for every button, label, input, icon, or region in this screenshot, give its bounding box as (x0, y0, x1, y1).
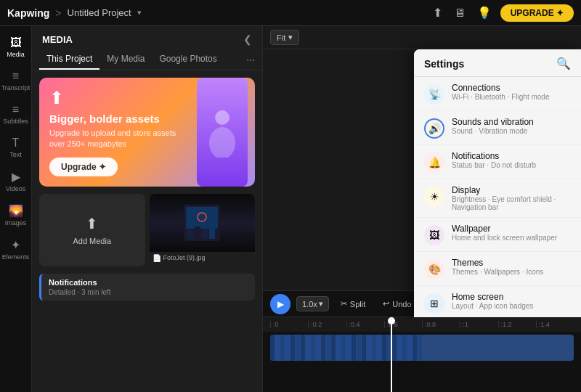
settings-item-sounds[interactable]: 🔊 Sounds and vibration Sound · Vibration… (414, 111, 581, 145)
topbar-separator: > (55, 7, 61, 19)
upgrade-banner-title: Bigger, bolder assets (49, 113, 176, 125)
upgrade-banner: ⬆ Bigger, bolder assets Upgrade to uploa… (39, 78, 255, 187)
track-frame (306, 335, 310, 361)
monitor-button[interactable]: 🖥 (451, 4, 468, 23)
media-tabs: This Project My Media Google Photos ··· (32, 49, 262, 70)
track-frame (362, 335, 366, 361)
settings-item-connections[interactable]: 📡 Connections Wi-Fi · Bluetooth · Flight… (414, 77, 581, 111)
filename-text: FotoJet (9).jpg (163, 254, 206, 261)
homescreen-icon: ⊞ (424, 293, 444, 314)
track-frame (326, 335, 330, 361)
track-frame (311, 335, 315, 361)
sidebar-item-text[interactable]: T Text (1, 132, 31, 163)
transcript-nav-icon: ≡ (12, 70, 19, 83)
svg-point-1 (209, 127, 235, 158)
video-track[interactable] (270, 335, 574, 361)
add-media-label: Add Media (73, 237, 111, 245)
sounds-sub: Sound · Vibration mode (452, 127, 571, 135)
idea-button[interactable]: 💡 (474, 3, 495, 23)
tab-my-media[interactable]: My Media (99, 49, 152, 70)
track-frame (280, 335, 285, 361)
add-media-icon: ⬆ (86, 215, 98, 232)
tab-google-photos[interactable]: Google Photos (152, 49, 224, 70)
scissors-icon: ✂ (341, 299, 347, 309)
media-nav-icon: 🖼 (10, 36, 22, 49)
app-logo: Kapwing (7, 7, 49, 19)
track-frame (382, 335, 386, 361)
settings-item-themes[interactable]: 🎨 Themes Themes · Wallpapers · Icons (414, 252, 581, 286)
settings-item-wallpaper-text: Wallpaper Home and lock screen wallpaper (452, 224, 571, 242)
upgrade-banner-button[interactable]: Upgrade ✦ (49, 158, 118, 176)
timeline-ruler[interactable]: :0 :0.2 :0.4 :0.6 :0.8 :1 :1.2 :1.4 (263, 317, 581, 332)
wallpaper-name: Wallpaper (452, 224, 571, 234)
sidebar-item-subtitles[interactable]: ≡ Subtitles (1, 99, 31, 129)
homescreen-sub: Layout · App icon badges (452, 302, 571, 310)
sidebar-item-images[interactable]: 🌄 Images (1, 200, 31, 231)
tab-this-project[interactable]: This Project (39, 49, 99, 70)
settings-item-notifications[interactable]: 🔔 Notifications Status bar · Do not dist… (414, 145, 581, 179)
file-icon: 📄 (153, 254, 161, 262)
sidebar-item-elements[interactable]: ✦ Elements (1, 234, 31, 265)
media-content: ⬆ Bigger, bolder assets Upgrade to uploa… (32, 70, 262, 392)
display-icon: ☀ (424, 187, 444, 207)
sidebar-item-label: Elements (2, 253, 30, 261)
connections-icon: 📡 (424, 84, 444, 105)
fit-chevron-icon: ▾ (288, 33, 293, 42)
sounds-icon: 🔊 (424, 118, 444, 139)
track-frame (367, 335, 371, 361)
ruler-mark-6: :1.2 (498, 321, 536, 328)
settings-item-display[interactable]: ☀ Display Brightness · Eye comfort shiel… (414, 179, 581, 218)
undo-icon: ↩ (383, 299, 389, 309)
add-media-button[interactable]: ⬆ Add Media (39, 194, 145, 266)
sidebar-item-label: Subtitles (3, 118, 28, 125)
play-button[interactable]: ▶ (270, 294, 290, 314)
track-frame (290, 335, 295, 361)
track-frame (377, 335, 381, 361)
svg-rect-5 (195, 226, 200, 239)
settings-search-icon[interactable]: 🔍 (556, 57, 571, 70)
display-sub: Brightness · Eye comfort shield · Naviga… (452, 195, 571, 211)
playhead[interactable] (391, 317, 392, 332)
settings-item-notifications-text: Notifications Status bar · Do not distur… (452, 151, 571, 169)
undo-button[interactable]: ↩ Undo (377, 297, 417, 311)
media-filename: 📄 FotoJet (9).jpg (150, 252, 256, 264)
settings-item-wallpaper[interactable]: 🖼 Wallpaper Home and lock screen wallpap… (414, 218, 581, 252)
collapse-panel-button[interactable]: ❮ (243, 33, 252, 45)
track-frame (316, 335, 320, 361)
track-frame (296, 335, 300, 361)
speed-button[interactable]: 1.0x ▾ (296, 296, 329, 311)
ruler-mark-2: :0.4 (346, 321, 384, 328)
elements-nav-icon: ✦ (11, 238, 20, 252)
sidebar-item-videos[interactable]: ▶ Videos (1, 166, 31, 197)
sidebar-item-transcript[interactable]: ≡ Transcript (1, 65, 31, 96)
upload-button[interactable]: ⬆ (430, 3, 445, 23)
canvas-viewport[interactable]: Settings 🔍 📡 Connections Wi-Fi · Bluetoo… (263, 49, 581, 290)
track-frame (331, 335, 336, 361)
videos-nav-icon: ▶ (12, 170, 20, 184)
settings-header: Settings 🔍 (414, 49, 581, 77)
settings-item-homescreen-text: Home screen Layout · App icon badges (452, 292, 571, 310)
tabs-more-icon[interactable]: ··· (246, 54, 255, 65)
sidebar-item-label: Text (9, 151, 22, 158)
timeline-tracks[interactable] (263, 332, 581, 392)
media-panel-title: MEDIA (42, 34, 73, 45)
speed-value: 1.0x (302, 300, 317, 309)
undo-label: Undo (392, 300, 411, 309)
media-panel-header: MEDIA ❮ (32, 26, 262, 49)
ruler-mark-7: :1.4 (536, 321, 574, 328)
ruler-marks: :0 :0.2 :0.4 :0.6 :0.8 :1 :1.2 :1.4 (270, 321, 574, 328)
track-frame (275, 335, 280, 361)
fit-button[interactable]: Fit ▾ (270, 30, 299, 45)
project-chevron-icon[interactable]: ▾ (137, 8, 142, 17)
ruler-mark-5: :1 (460, 321, 497, 328)
settings-item-homescreen[interactable]: ⊞ Home screen Layout · App icon badges (414, 286, 581, 320)
notification-title: Notifications (49, 278, 248, 287)
media-thumbnail[interactable]: 📄 FotoJet (9).jpg (150, 194, 256, 266)
sidebar-item-media[interactable]: 🖼 Media (1, 32, 31, 62)
settings-item-connections-text: Connections Wi-Fi · Bluetooth · Flight m… (452, 83, 571, 101)
upgrade-button[interactable]: UPGRADE ✦ (500, 4, 574, 22)
track-frame (341, 335, 346, 361)
split-button[interactable]: ✂ Split (335, 297, 371, 311)
homescreen-name: Home screen (452, 292, 571, 302)
track-frame (418, 335, 422, 361)
